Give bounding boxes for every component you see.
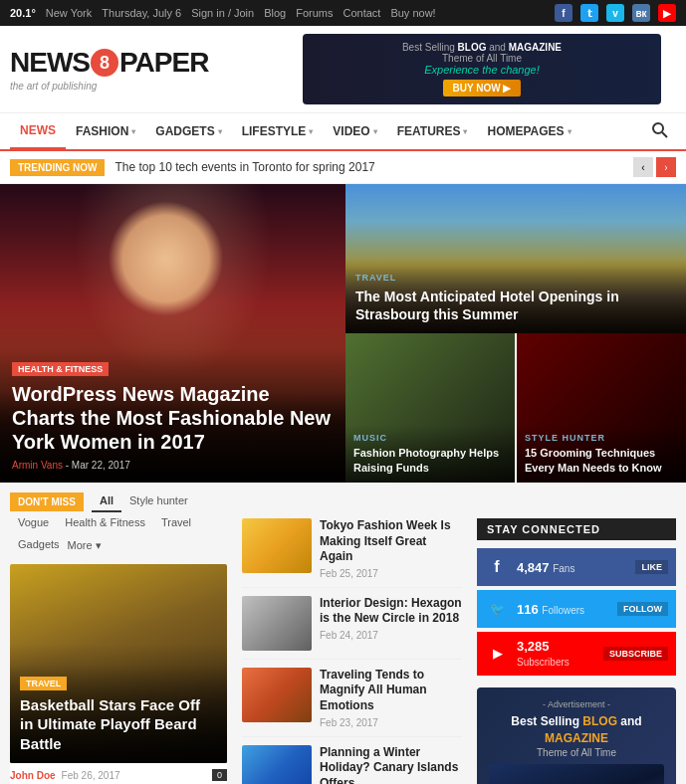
list-item[interactable]: Tokyo Fashion Week Is Making Itself Grea… [242,518,462,588]
hero-main-meta: Armin Vans - Mar 22, 2017 [12,460,334,471]
nav-item-features[interactable]: FEATURES ▾ [387,114,478,148]
hero-main-article[interactable]: HEALTH & FITNESS WordPress News Magazine… [0,184,345,483]
article-1-content: Tokyo Fashion Week Is Making Itself Grea… [320,518,462,579]
buynow-link[interactable]: Buy now! [390,7,435,19]
search-icon[interactable] [644,114,676,149]
facebook-social-row[interactable]: f 4,847 Fans LIKE [477,548,676,586]
nav-item-fashion[interactable]: FASHION ▾ [66,114,145,148]
feature-card[interactable]: Travel Basketball Stars Face Off in Ulti… [10,564,227,763]
lifestyle-arrow: ▾ [309,127,313,136]
hero-main-title: WordPress News Magazine Charts the Most … [12,382,334,454]
tab-style-hunter[interactable]: Style hunter [121,490,196,512]
stay-connected-header: STAY CONNECTED [477,518,676,540]
vk-topbar-icon[interactable]: вк [632,4,650,22]
logo-news: NEWS [10,47,90,79]
hero-style-article[interactable]: STYLE HUNTER 15 Grooming Techniques Ever… [517,333,686,483]
hero-music-tag: MUSIC [353,433,507,443]
list-item[interactable]: Planning a Winter Holiday? Canary Island… [242,745,462,784]
ad-banner-title: Best Selling BLOG and MAGAZINE [489,713,664,747]
nav-item-lifestyle[interactable]: LIFESTYLE ▾ [232,114,324,148]
ad-banner-image [489,764,664,784]
twitter-social-row[interactable]: 🐦 116 Followers FOLLOW [477,590,676,628]
social-col-spacer [477,490,676,518]
nav-item-gadgets[interactable]: GADGETS ▾ [145,114,231,148]
sidebar-advertisement: - Advertisement - Best Selling BLOG and … [477,687,676,784]
hero-bottom-row: MUSIC Fashion Photography Helps Raising … [345,333,686,483]
article-2-image [242,596,312,651]
hero-main-date: Mar 22, 2017 [72,460,130,471]
dont-miss-section: DON'T MISS All Style hunter Vogue Health… [0,483,686,784]
youtube-social-row[interactable]: ▶ 3,285 Subscribers SUBSCRIBE [477,632,676,676]
tab-gadgets[interactable]: Gadgets [10,534,68,556]
youtube-subscribe-button[interactable]: SUBSCRIBE [603,647,668,661]
youtube-info: 3,285 Subscribers [517,639,603,669]
list-item[interactable]: Interior Design: Hexagon is the New Circ… [242,596,462,660]
nav-item-homepages[interactable]: HOMEPAGES ▾ [477,114,580,148]
tab-vogue[interactable]: Vogue [10,512,57,534]
stay-connected: STAY CONNECTED f 4,847 Fans LIKE 🐦 116 F… [477,518,676,784]
hero-travel-article[interactable]: TRAVEL The Most Anticipated Hotel Openin… [345,184,686,333]
nav-item-video[interactable]: VIDEO ▾ [323,114,386,148]
trending-next-button[interactable]: › [656,157,676,177]
feature-card-overlay: Travel Basketball Stars Face Off in Ulti… [10,665,227,764]
article-4-title: Planning a Winter Holiday? Canary Island… [320,745,462,784]
trending-prev-button[interactable]: ‹ [633,157,653,177]
gadgets-arrow: ▾ [218,127,222,136]
tab-more[interactable]: More ▾ [68,539,102,552]
feature-card-comments: 0 [212,769,227,781]
tab-health-fitness[interactable]: Health & Fitness [57,512,153,534]
blog-link[interactable]: Blog [264,7,286,19]
hero-right-column: TRAVEL The Most Anticipated Hotel Openin… [345,184,686,483]
dont-miss-feature-column: DON'T MISS All Style hunter Vogue Health… [10,490,227,784]
hero-music-article[interactable]: MUSIC Fashion Photography Helps Raising … [345,333,517,483]
nav-item-news[interactable]: NEWS [10,113,66,149]
logo: NEWS 8 PAPER the art of publishing [10,47,208,92]
article-4-image [242,745,312,784]
list-item[interactable]: Traveling Tends to Magnify All Human Emo… [242,668,462,737]
article-3-date: Feb 23, 2017 [320,717,462,728]
hero-main-overlay: HEALTH & FITNESS WordPress News Magazine… [0,348,345,483]
hero-music-overlay: MUSIC Fashion Photography Helps Raising … [345,425,515,483]
twitter-label: Followers [542,605,584,616]
article-3-image [242,668,312,722]
top-bar-social: f 𝕥 v вк ▶ [555,4,676,22]
facebook-topbar-icon[interactable]: f [555,4,572,22]
article-2-title: Interior Design: Hexagon is the New Circ… [320,596,462,627]
twitter-info: 116 Followers [517,602,617,617]
twitter-count: 116 [517,602,539,617]
header-ad-tagline: Experience the change! [318,64,646,76]
main-navigation: NEWS FASHION ▾ GADGETS ▾ LIFESTYLE ▾ VID… [0,113,686,151]
youtube-label: Subscribers [517,657,570,668]
trending-bar: TRENDING NOW The top 10 tech events in T… [0,151,686,184]
hero-section: HEALTH & FITNESS WordPress News Magazine… [0,184,686,483]
facebook-label: Fans [553,563,574,574]
vimeo-topbar-icon[interactable]: v [606,4,624,22]
twitter-follow-button[interactable]: FOLLOW [617,602,668,616]
tab-travel[interactable]: Travel [153,512,199,534]
contact-link[interactable]: Contact [343,7,380,19]
youtube-topbar-icon[interactable]: ▶ [658,4,676,22]
ad-banner-label: - Advertisement - [489,699,664,709]
header-ad-buy-button[interactable]: BUY NOW ▶ [443,80,522,97]
article-3-content: Traveling Tends to Magnify All Human Emo… [320,668,462,728]
logo-number: 8 [91,49,118,77]
feature-card-date: Feb 26, 2017 [62,770,120,781]
twitter-topbar-icon[interactable]: 𝕥 [580,4,598,22]
hero-style-title: 15 Grooming Techniques Every Man Needs t… [525,446,678,475]
forums-link[interactable]: Forums [296,7,333,19]
tab-all[interactable]: All [92,490,121,512]
hero-style-overlay: STYLE HUNTER 15 Grooming Techniques Ever… [517,425,686,483]
logo-paper: PAPER [119,47,208,79]
article-2-date: Feb 24, 2017 [320,630,462,641]
hero-main-author: Armin Vans [12,460,63,471]
facebook-like-button[interactable]: LIKE [635,560,668,574]
article-1-date: Feb 25, 2017 [320,568,462,579]
hero-main-tag: HEALTH & FITNESS [12,362,109,376]
twitter-icon: 🐦 [485,597,509,621]
trending-navigation: ‹ › [633,157,676,177]
feature-card-info: John Doe Feb 26, 2017 0 Prince Edward Is… [10,763,227,784]
hero-travel-overlay: TRAVEL The Most Anticipated Hotel Openin… [345,259,686,333]
feature-card-tag: Travel [20,677,67,690]
signin-link[interactable]: Sign in / Join [191,7,254,19]
facebook-count: 4,847 [517,560,550,575]
